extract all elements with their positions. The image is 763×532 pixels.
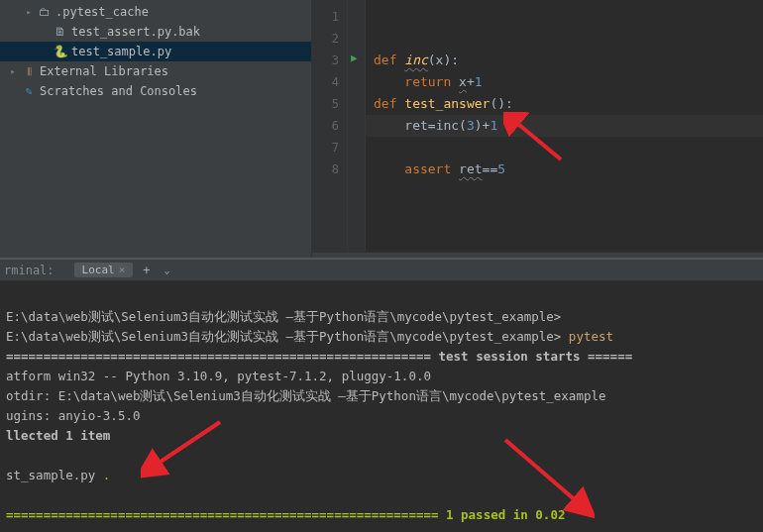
- run-test-icon[interactable]: ▶: [351, 52, 358, 64]
- chevron-down-icon[interactable]: ⌄: [161, 265, 174, 275]
- terminal-output[interactable]: E:\data\web测试\Selenium3自动化测试实战 —基于Python…: [0, 281, 763, 532]
- file-icon: 🗎: [54, 25, 67, 39]
- project-tree[interactable]: ▸ 🗀 .pytest_cache 🗎 test_assert.py.bak 🐍…: [0, 0, 312, 258]
- scratches-icon: ✎: [22, 84, 36, 98]
- terminal-label: rminal:: [4, 264, 54, 277]
- run-gutter: ▶: [348, 0, 366, 252]
- libraries-icon: ⫴: [22, 64, 36, 78]
- line-gutter: 1 2 3 4 5 6 7 8: [312, 0, 348, 252]
- chevron-right-icon: ▸: [8, 66, 18, 76]
- tree-item-external-libs[interactable]: ▸ ⫴ External Libraries: [0, 61, 311, 81]
- svg-line-1: [155, 422, 220, 466]
- annotation-arrow: [503, 112, 573, 171]
- terminal-tab-local[interactable]: Local ×: [74, 263, 134, 277]
- tree-label: .pytest_cache: [55, 5, 149, 19]
- terminal-tabs: rminal: Local × + ⌄: [0, 260, 763, 281]
- tree-item-test-sample[interactable]: 🐍 test_sample.py: [0, 42, 311, 61]
- tree-item-pytest-cache[interactable]: ▸ 🗀 .pytest_cache: [0, 2, 311, 22]
- tree-label: Scratches and Consoles: [40, 84, 197, 98]
- svg-line-0: [513, 120, 561, 160]
- tree-item-scratches[interactable]: ✎ Scratches and Consoles: [0, 81, 311, 101]
- close-icon[interactable]: ×: [119, 264, 126, 276]
- tree-item-bak[interactable]: 🗎 test_assert.py.bak: [0, 22, 311, 42]
- annotation-arrow: [141, 414, 230, 483]
- folder-icon: 🗀: [38, 5, 52, 19]
- terminal-panel: rminal: Local × + ⌄ E:\data\web测试\Seleni…: [0, 258, 763, 532]
- tree-label: test_assert.py.bak: [71, 25, 200, 39]
- tree-label: External Libraries: [40, 64, 168, 78]
- tree-label: test_sample.py: [71, 45, 171, 58]
- chevron-right-icon: ▸: [24, 7, 34, 17]
- add-terminal-button[interactable]: +: [139, 264, 154, 277]
- annotation-arrow: [495, 432, 595, 521]
- python-file-icon: 🐍: [54, 45, 67, 58]
- svg-line-2: [505, 440, 579, 503]
